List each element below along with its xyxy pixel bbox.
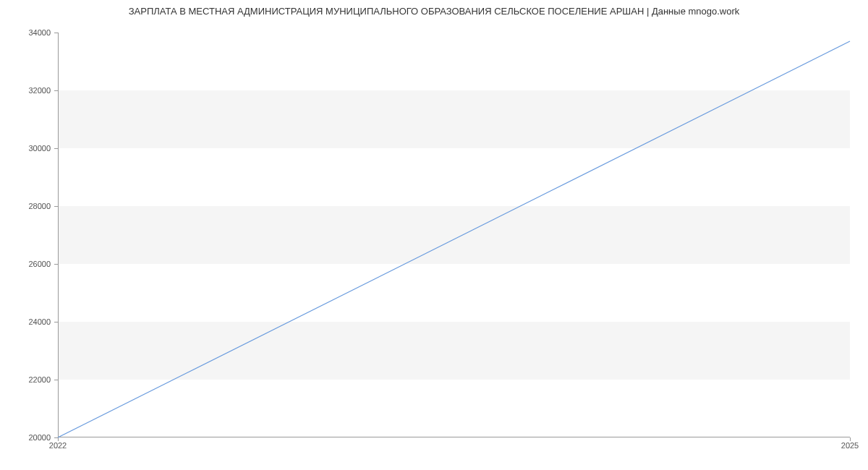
y-tick-label: 26000 bbox=[14, 260, 51, 268]
x-tick-mark bbox=[58, 437, 59, 441]
y-tick-label: 32000 bbox=[14, 86, 51, 95]
y-tick-label: 30000 bbox=[14, 144, 51, 153]
y-tick-label: 22000 bbox=[14, 375, 51, 384]
chart-title: ЗАРПЛАТА В МЕСТНАЯ АДМИНИСТРАЦИЯ МУНИЦИП… bbox=[0, 0, 868, 17]
y-tick-label: 20000 bbox=[14, 433, 51, 442]
line-series bbox=[58, 33, 850, 437]
chart-container: ЗАРПЛАТА В МЕСТНАЯ АДМИНИСТРАЦИЯ МУНИЦИП… bbox=[0, 0, 868, 470]
y-tick-label: 28000 bbox=[14, 202, 51, 210]
plot-area: 20222025 bbox=[58, 33, 850, 437]
x-tick-mark bbox=[850, 437, 851, 441]
x-tick-label: 2022 bbox=[49, 441, 67, 450]
x-tick-label: 2025 bbox=[841, 441, 859, 450]
y-tick-label: 34000 bbox=[14, 28, 51, 37]
y-tick-label: 24000 bbox=[14, 317, 51, 326]
